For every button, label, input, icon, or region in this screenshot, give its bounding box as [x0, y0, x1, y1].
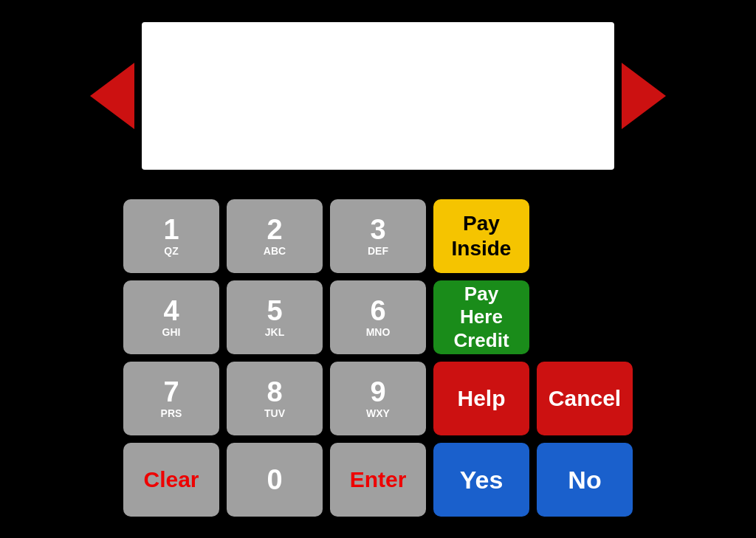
- key-7-sub: PRS: [161, 407, 182, 419]
- key-6-sub: MNO: [366, 326, 391, 338]
- key-4-sub: GHI: [162, 326, 181, 338]
- help-label: Help: [457, 385, 505, 412]
- display-row: [0, 22, 756, 170]
- enter-button[interactable]: Enter: [330, 443, 426, 517]
- key-5[interactable]: 5 JKL: [227, 280, 323, 354]
- key-7-main: 7: [163, 378, 179, 406]
- key-2-sub: ABC: [264, 245, 286, 257]
- yes-label: Yes: [460, 465, 504, 495]
- yes-button[interactable]: Yes: [433, 443, 529, 517]
- pay-here-credit-button[interactable]: Pay Here Credit: [433, 280, 529, 354]
- clear-label: Clear: [143, 469, 199, 491]
- no-label: No: [568, 465, 601, 495]
- key-9-main: 9: [370, 378, 385, 406]
- help-button[interactable]: Help: [433, 362, 529, 435]
- key-7[interactable]: 7 PRS: [123, 362, 219, 435]
- key-6-main: 6: [370, 297, 385, 325]
- key-6[interactable]: 6 MNO: [330, 280, 426, 354]
- key-3[interactable]: 3 DEF: [330, 199, 426, 273]
- display-screen: [142, 22, 614, 170]
- key-5-sub: JKL: [265, 326, 284, 338]
- left-arrow-icon[interactable]: [90, 63, 134, 129]
- key-4[interactable]: 4 GHI: [123, 280, 219, 354]
- key-9-sub: WXY: [366, 407, 390, 419]
- key-0-main: 0: [267, 466, 282, 494]
- cancel-label: Cancel: [549, 385, 621, 412]
- keypad: 1 QZ 2 ABC 3 DEF Pay Inside 4 GHI 5 JKL …: [123, 199, 633, 517]
- key-1[interactable]: 1 QZ: [123, 199, 219, 273]
- clear-button[interactable]: Clear: [123, 443, 219, 517]
- key-4-main: 4: [163, 297, 179, 325]
- right-arrow-icon[interactable]: [622, 63, 666, 129]
- no-button[interactable]: No: [537, 443, 633, 517]
- pay-inside-button[interactable]: Pay Inside: [433, 199, 529, 273]
- key-0[interactable]: 0: [227, 443, 323, 517]
- enter-label: Enter: [350, 469, 407, 491]
- key-1-main: 1: [163, 215, 179, 244]
- key-1-sub: QZ: [164, 245, 178, 257]
- key-3-main: 3: [370, 215, 385, 244]
- pay-here-credit-label: Pay Here Credit: [453, 283, 509, 352]
- key-2[interactable]: 2 ABC: [227, 199, 323, 273]
- key-8[interactable]: 8 TUV: [227, 362, 323, 435]
- pay-inside-label: Pay Inside: [452, 211, 512, 261]
- key-2-main: 2: [267, 215, 282, 244]
- key-8-main: 8: [267, 378, 282, 406]
- key-3-sub: DEF: [368, 245, 388, 257]
- key-8-sub: TUV: [264, 407, 285, 419]
- cancel-button[interactable]: Cancel: [537, 362, 633, 435]
- key-9[interactable]: 9 WXY: [330, 362, 426, 435]
- key-5-main: 5: [267, 297, 282, 325]
